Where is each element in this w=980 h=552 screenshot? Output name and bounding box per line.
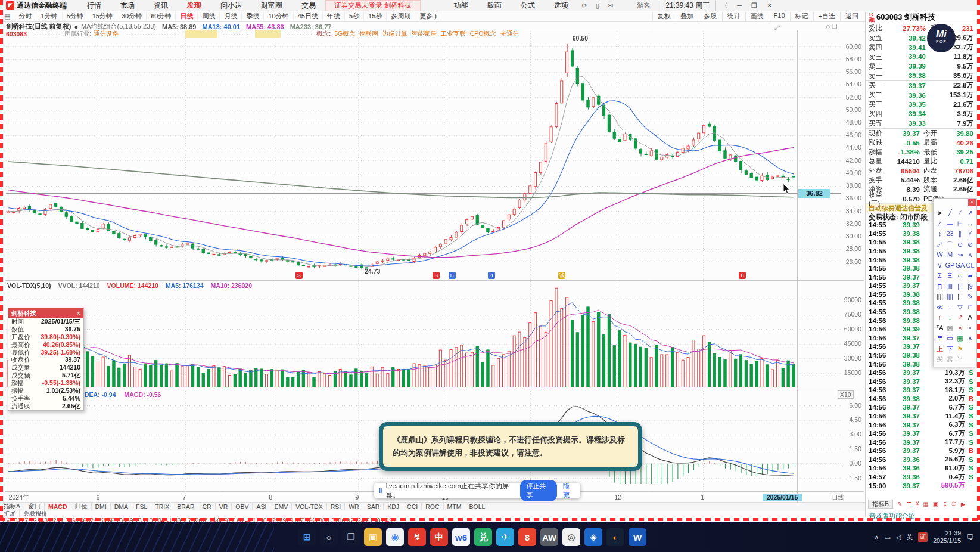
draw-tool-icon[interactable]: ➤ (935, 208, 945, 219)
period-15秒[interactable]: 15秒 (364, 12, 387, 21)
notification-icon[interactable]: 🗨 (966, 533, 974, 542)
period-多周期[interactable]: 多周期 (387, 12, 415, 21)
tray-icon[interactable]: ∧ (874, 534, 879, 541)
draw-tool-icon[interactable]: GP (945, 261, 955, 271)
taskbar-app-icon[interactable]: AW (540, 528, 558, 546)
tab-RSI[interactable]: RSI (327, 503, 346, 510)
draw-tool-icon[interactable]: ▽ (955, 302, 965, 313)
taskbar-app-icon[interactable]: ◐ (606, 528, 624, 546)
draw-tool-icon[interactable]: □ (965, 302, 975, 313)
draw-tool-icon[interactable]: CL (965, 261, 975, 271)
menu-item-市场[interactable]: 市场 (111, 1, 144, 11)
taskbar-app-icon[interactable]: ✈ (496, 528, 514, 546)
tab-MTM[interactable]: MTM (444, 503, 466, 510)
draw-tool-icon[interactable]: ╱ (945, 208, 955, 219)
tab-TRIX[interactable]: TRIX (151, 503, 173, 510)
draw-tool-icon[interactable]: A (965, 312, 975, 323)
close-icon[interactable]: × (968, 199, 976, 206)
event-flag[interactable]: S (433, 272, 440, 279)
period-1分钟[interactable]: 1分钟 (36, 12, 62, 21)
close-icon[interactable]: × (77, 308, 80, 318)
menu-item-公式[interactable]: 公式 (511, 1, 545, 11)
period-15分钟[interactable]: 15分钟 (88, 12, 117, 21)
hide-share-link[interactable]: 隐藏 (563, 482, 575, 500)
menu-item-资讯[interactable]: 资讯 (144, 1, 178, 11)
draw-tool-icon[interactable]: ⫽ (965, 229, 975, 240)
draw-tool-icon[interactable]: ↓ (945, 312, 955, 323)
taskbar-app-icon[interactable]: W (629, 528, 646, 546)
highlight-tag[interactable] (185, 30, 217, 38)
tab-BRAR[interactable]: BRAR (173, 503, 198, 510)
window-control[interactable]: ✕ (762, 2, 777, 10)
draw-tool-icon[interactable]: ⤢ (935, 240, 945, 250)
tab-BOLL[interactable]: BOLL (465, 503, 489, 510)
draw-tool-icon[interactable]: ✎ (965, 291, 975, 302)
guest-label[interactable]: 游客 (633, 1, 654, 10)
ask-row[interactable]: 卖一39.3835.0万 (866, 71, 976, 80)
expand-icon[interactable]: ⤢ (774, 24, 780, 32)
draw-tool-icon[interactable]: ≪ (935, 302, 945, 313)
tab-EMV[interactable]: EMV (270, 503, 292, 510)
concept-link[interactable]: 光通信 (500, 30, 519, 38)
draw-tool-icon[interactable]: ||| (955, 281, 965, 292)
concept-link[interactable]: 智能家居 (412, 30, 437, 38)
event-flag[interactable]: B (449, 272, 456, 279)
draw-tool-icon[interactable]: |||| (945, 291, 955, 302)
draw-tool-icon[interactable]: ⊘ (965, 240, 975, 250)
period-季线[interactable]: 季线 (242, 12, 264, 21)
tab-VR[interactable]: VR (216, 503, 232, 510)
tray-icon[interactable]: ◁ (896, 534, 901, 541)
draw-tool-icon[interactable]: ⚑ (955, 344, 965, 355)
chart-type-icon[interactable]: ▤ (0, 13, 14, 20)
draw-tool-icon[interactable]: W (935, 250, 945, 261)
period-5秒[interactable]: 5秒 (345, 12, 364, 21)
event-flag[interactable]: B (488, 272, 495, 279)
menu-item-交易[interactable]: 交易 (292, 1, 325, 11)
draw-tool-icon[interactable]: × (955, 323, 965, 334)
draw-tool-icon[interactable]: 下 (945, 344, 955, 355)
bid-row[interactable]: 买五39.337.9万 (866, 119, 976, 128)
draw-tool-icon[interactable]: ⊙ (955, 240, 965, 250)
titlebar-icon[interactable]: ⟳ (578, 2, 592, 10)
tool-返回[interactable]: 返回 (840, 12, 863, 21)
concept-link[interactable]: 物联网 (359, 30, 378, 38)
taskbar-app-icon[interactable]: ▣ (364, 528, 382, 546)
draw-tool-icon[interactable]: ‖‖ (945, 281, 955, 292)
period-分时[interactable]: 分时 (14, 12, 36, 21)
ask-row[interactable]: 卖二39.399.5万 (866, 61, 976, 71)
draw-tool-icon[interactable]: ⊢ (955, 219, 965, 230)
concept-link[interactable]: 5G概念 (334, 30, 355, 38)
bid-row[interactable]: 买四39.343.9万 (866, 109, 976, 119)
draw-tool-icon[interactable]: ↗ (955, 312, 965, 323)
tray-icon[interactable]: 英 (906, 533, 913, 542)
draw-tool-icon[interactable]: ∨ (935, 261, 945, 271)
draw-tool-icon[interactable]: ▭ (945, 333, 955, 344)
taskbar-app-icon[interactable]: ❐ (342, 528, 360, 546)
period-月线[interactable]: 月线 (220, 12, 242, 21)
draw-tool-icon[interactable]: 23 (945, 229, 955, 240)
event-flag[interactable]: S (295, 272, 303, 279)
ask-row[interactable]: 卖四39.4132.7万 (866, 43, 976, 52)
draw-tool-icon[interactable]: ↑ (935, 312, 945, 323)
tray-icon[interactable]: ▭ (884, 534, 890, 541)
period-5分钟[interactable]: 5分钟 (63, 12, 88, 21)
tab-FSL[interactable]: FSL (132, 503, 151, 510)
draw-tool-icon[interactable]: ↗ (965, 208, 975, 219)
tab-indicator-b[interactable]: 指标B (868, 500, 893, 509)
tab-ASI[interactable]: ASI (253, 503, 270, 510)
draw-tool-icon[interactable]: 平 (955, 354, 965, 365)
draw-tool-icon[interactable]: Σ (935, 271, 945, 281)
period-更多 )[interactable]: 更多 ) (415, 12, 441, 21)
menu-item-发现[interactable]: 发现 (178, 1, 211, 11)
taskbar-app-icon[interactable]: ◎ (562, 528, 580, 546)
taskbar-app-icon[interactable]: w6 (452, 528, 470, 546)
draw-tool-icon[interactable]: 买 (935, 354, 945, 365)
taskbar-app-icon[interactable]: 兑 (474, 528, 492, 546)
draw-tool-icon[interactable]: ∕ (955, 208, 965, 219)
tool-画线[interactable]: 画线 (745, 12, 769, 21)
window-control[interactable]: ─ (732, 2, 746, 9)
tab-CR[interactable]: CR (198, 503, 215, 510)
period-周线[interactable]: 周线 (198, 12, 220, 21)
bid-row[interactable]: 买二39.36153.1万 (866, 91, 976, 100)
tab-DMA[interactable]: DMA (111, 503, 132, 510)
